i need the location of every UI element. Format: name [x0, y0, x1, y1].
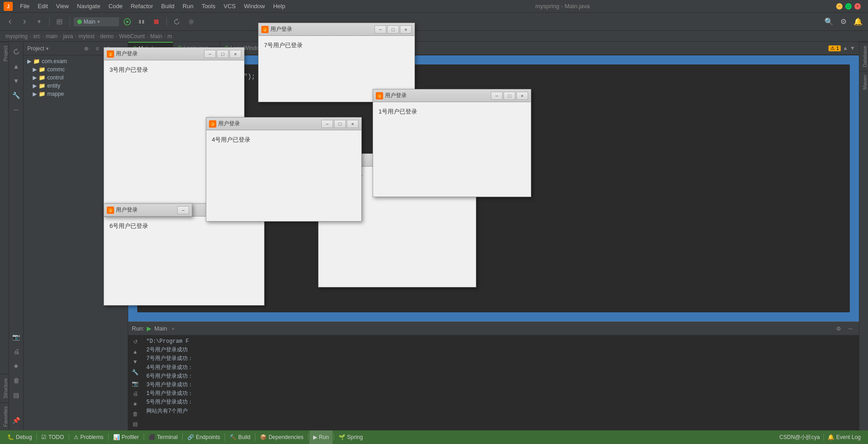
run-panel-close[interactable]: ×: [172, 326, 175, 331]
sidebar-wrench[interactable]: 🔧: [10, 89, 23, 102]
sidebar-minus[interactable]: ─: [10, 104, 23, 116]
run-restart[interactable]: ↺: [130, 337, 141, 346]
run-trash[interactable]: 🗑: [130, 409, 141, 418]
breadcrumb-webcount[interactable]: WebCount: [119, 33, 145, 39]
status-spring[interactable]: 🌱 Spring: [335, 430, 367, 444]
window-close[interactable]: ×: [854, 3, 861, 10]
run-star[interactable]: ★: [130, 400, 141, 408]
run-panel-minimize[interactable]: ─: [845, 324, 855, 334]
sidebar-layout[interactable]: ▤: [10, 389, 23, 401]
stop-btn[interactable]: [150, 15, 163, 28]
menu-vcs[interactable]: VCS: [220, 1, 239, 11]
dialog-2-close[interactable]: ×: [229, 50, 241, 58]
status-endpoints[interactable]: 🔗 Endpoints: [184, 430, 224, 444]
dialog-1-maximize[interactable]: □: [387, 25, 399, 34]
sidebar-print[interactable]: 🖨: [10, 345, 23, 358]
breadcrumb-src[interactable]: src: [33, 33, 40, 39]
sidebar-refresh[interactable]: [10, 45, 23, 58]
database-tab[interactable]: Database: [859, 42, 868, 71]
menu-build[interactable]: Build: [158, 1, 178, 11]
run-layout-btn[interactable]: ▤: [130, 420, 141, 429]
dialog-7-title[interactable]: J 用户登录 − □ ×: [373, 89, 531, 102]
dialog-7-minimize[interactable]: −: [491, 92, 503, 100]
status-run[interactable]: ▶ Run: [309, 430, 333, 444]
dialog-3-title[interactable]: J 用户登录 − □ ×: [206, 118, 361, 130]
notification-btn[interactable]: 🔔: [852, 15, 864, 28]
panel-btn-add[interactable]: ⊕: [81, 44, 91, 54]
run-wrench[interactable]: 🔧: [130, 368, 141, 376]
window-minimize[interactable]: −: [836, 3, 843, 10]
breadcrumb-main-class[interactable]: Main: [150, 33, 162, 39]
breadcrumb-method[interactable]: m: [168, 33, 172, 39]
status-profiler[interactable]: 📊 Profiler: [110, 430, 143, 444]
menu-navigate[interactable]: Navigate: [73, 1, 104, 11]
toolbar-up[interactable]: [33, 15, 45, 28]
dialog-1-title[interactable]: J 用户登录 − □ ×: [259, 23, 414, 36]
status-dependencies[interactable]: 📦 Dependencies: [256, 430, 307, 444]
status-problems[interactable]: ⚠ Problems: [70, 430, 107, 444]
breadcrumb-java[interactable]: java: [63, 33, 73, 39]
dialog-5-minimize[interactable]: −: [177, 206, 189, 214]
status-build[interactable]: 🔨 Build: [226, 430, 254, 444]
menu-tools[interactable]: Tools: [198, 1, 219, 11]
toolbar-project-settings[interactable]: [53, 15, 66, 28]
run-print[interactable]: 🖨: [130, 390, 141, 398]
menu-run[interactable]: Run: [179, 1, 197, 11]
dialog-5-title[interactable]: J 用户登录 −: [104, 204, 192, 217]
dialog-1-close[interactable]: ×: [400, 25, 412, 34]
sidebar-camera[interactable]: 📷: [10, 331, 23, 343]
menu-code[interactable]: Code: [105, 1, 126, 11]
menu-window[interactable]: Window: [240, 1, 269, 11]
panel-btn-collapse[interactable]: ≡: [92, 44, 102, 54]
dialog-2-minimize[interactable]: −: [204, 50, 216, 58]
sidebar-star[interactable]: ★: [10, 360, 23, 372]
breadcrumb-mytest[interactable]: mytest: [79, 33, 95, 39]
toolbar-back[interactable]: [4, 15, 16, 28]
menu-view[interactable]: View: [52, 1, 72, 11]
breadcrumb-main[interactable]: main: [46, 33, 58, 39]
sidebar-pin[interactable]: 📌: [10, 414, 23, 427]
maven-tab[interactable]: Maven: [859, 71, 868, 94]
git-btn[interactable]: ⚙: [837, 15, 850, 28]
run-down[interactable]: ▼: [130, 358, 141, 366]
dialog-3-minimize[interactable]: −: [321, 120, 333, 128]
dialog-2-maximize[interactable]: □: [217, 50, 229, 58]
breadcrumb-demo[interactable]: demo: [100, 33, 114, 39]
run-up[interactable]: ▲: [130, 347, 141, 356]
menu-file[interactable]: File: [16, 1, 33, 11]
dialog-7-maximize[interactable]: □: [504, 92, 515, 100]
breadcrumb-myspring[interactable]: myspring: [5, 33, 28, 39]
build-btn[interactable]: [121, 15, 134, 28]
search-btn[interactable]: 🔍: [823, 15, 835, 28]
menu-edit[interactable]: Edit: [34, 1, 51, 11]
toolbar-forward[interactable]: [18, 15, 31, 28]
menu-help[interactable]: Help: [269, 1, 289, 11]
window-maximize[interactable]: □: [845, 3, 852, 10]
dialog-2-title[interactable]: J 用户登录 − □ ×: [104, 48, 244, 60]
sidebar-up[interactable]: ▲: [10, 60, 23, 73]
warning-down[interactable]: ▼: [850, 45, 855, 51]
run-settings-btn[interactable]: ⚙: [833, 324, 843, 334]
dialog-7-close[interactable]: ×: [516, 92, 528, 100]
settings-btn[interactable]: [185, 15, 198, 28]
run-camera[interactable]: 📷: [130, 379, 141, 388]
dialog-3-close[interactable]: ×: [347, 120, 359, 128]
dialog-3-maximize[interactable]: □: [334, 120, 346, 128]
status-todo[interactable]: ☑ TODO: [38, 430, 67, 444]
status-terminal[interactable]: ⬛ Terminal: [145, 430, 181, 444]
status-debug[interactable]: 🐛 Debug: [4, 430, 35, 444]
project-dropdown[interactable]: ▾: [46, 45, 49, 52]
menu-refactor[interactable]: Refactor: [127, 1, 157, 11]
favorites-tab[interactable]: Favorites: [0, 402, 9, 430]
warning-up[interactable]: ▲: [843, 45, 848, 51]
run-config-selector[interactable]: Main ▾: [74, 17, 119, 26]
project-tab[interactable]: Project: [0, 42, 9, 65]
run-btn[interactable]: [135, 15, 148, 28]
sidebar-delete[interactable]: 🗑: [10, 374, 23, 387]
structure-tab[interactable]: Structure: [0, 374, 9, 402]
status-eventlog[interactable]: 🔔 Event Log: [824, 434, 864, 440]
sync-btn[interactable]: [170, 15, 183, 28]
dialog-1-minimize[interactable]: −: [374, 25, 386, 34]
status-csdn[interactable]: CSDN@小折cya: [776, 434, 823, 441]
sidebar-down[interactable]: ▼: [10, 74, 23, 87]
